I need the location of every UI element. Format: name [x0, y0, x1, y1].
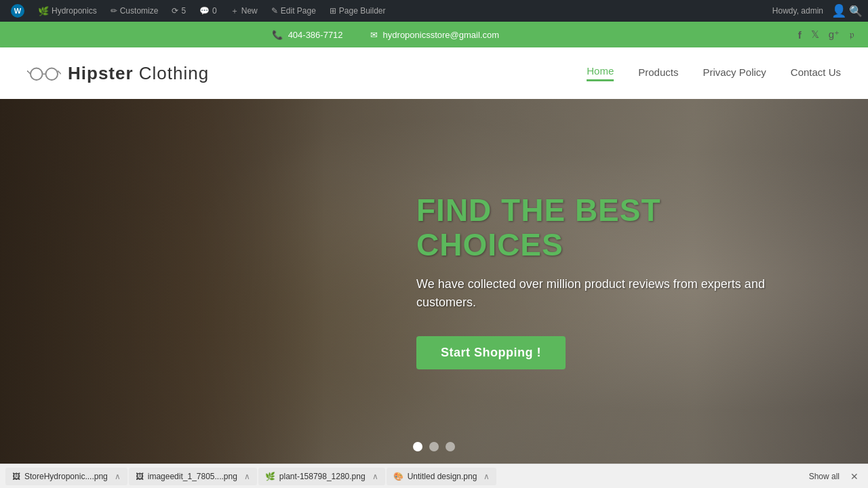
updates-button[interactable]: ⟳ 5	[166, 0, 191, 22]
slider-dot-2[interactable]	[429, 442, 439, 451]
download-icon-4: 🎨	[393, 472, 403, 481]
email-icon: ✉	[370, 30, 378, 40]
logo-bold: Hipster	[68, 63, 134, 83]
nav-home[interactable]: Home	[587, 65, 614, 81]
download-icon-3: 🌿	[265, 472, 275, 481]
download-icon-2: 🖼	[136, 472, 144, 481]
svg-point-1	[46, 68, 58, 81]
customize-button[interactable]: ✏ Customize	[105, 0, 164, 22]
downloads-bar: 🖼 StoreHydroponic....png ∧ 🖼 imageedit_1…	[0, 464, 868, 488]
updates-count: 5	[181, 6, 186, 16]
email-address: hydroponicsstore@gmail.com	[383, 30, 499, 40]
logo-text: Hipster Clothing	[68, 63, 209, 84]
facebook-icon[interactable]: f	[798, 29, 802, 41]
download-name-4: Untitled design.png	[408, 472, 477, 481]
updates-icon: ⟳	[172, 6, 178, 16]
download-icon-1: 🖼	[12, 472, 20, 481]
show-all-button[interactable]: Show all	[804, 470, 845, 483]
svg-line-3	[27, 70, 31, 74]
page-builder-label: Page Builder	[339, 6, 386, 16]
hero-content: FIND THE BEST CHOICES We have collected …	[416, 193, 769, 369]
hero-subtitle: We have collected over million product r…	[416, 275, 769, 312]
customize-icon: ✏	[111, 6, 117, 16]
site-header: Hipster Clothing Home Products Privacy P…	[0, 47, 868, 99]
hero-person-overlay	[0, 99, 326, 464]
new-button[interactable]: ＋ New	[225, 0, 263, 22]
slider-dot-3[interactable]	[446, 442, 455, 451]
googleplus-icon[interactable]: g⁺	[829, 28, 840, 41]
wp-icon: W	[11, 4, 24, 18]
site-name-label: Hydroponics	[52, 6, 97, 16]
start-shopping-button[interactable]: Start Shopping !	[416, 336, 566, 369]
howdy-label: Howdy, admin	[767, 6, 829, 16]
comments-icon: 💬	[199, 6, 210, 16]
admin-bar: W 🌿 Hydroponics ✏ Customize ⟳ 5 💬 0 ＋ Ne…	[0, 0, 868, 22]
close-downloads-button[interactable]: ✕	[846, 470, 863, 483]
download-name-3: plant-158798_1280.png	[279, 472, 366, 481]
download-item-2[interactable]: 🖼 imageedit_1_7805....png ∧	[129, 468, 257, 485]
download-name-1: StoreHydroponic....png	[24, 472, 108, 481]
download-close-4[interactable]: ∧	[484, 472, 490, 481]
phone-contact[interactable]: 📞 404-386-7712	[272, 30, 343, 40]
edit-page-button[interactable]: ✎ Edit Page	[266, 0, 321, 22]
site-wrapper: 📞 404-386-7712 ✉ hydroponicsstore@gmail.…	[0, 22, 868, 488]
logo-light: Clothing	[134, 63, 210, 83]
wp-logo-button[interactable]: W	[5, 0, 30, 22]
site-nav: Home Products Privacy Policy Contact Us	[587, 65, 841, 81]
download-name-2: imageedit_1_7805....png	[148, 472, 237, 481]
social-icons: f 𝕏 g⁺ 𝔭	[798, 28, 854, 41]
plus-icon: ＋	[231, 5, 239, 17]
download-close-3[interactable]: ∧	[372, 472, 378, 481]
hydroponics-icon: 🌿	[38, 6, 49, 16]
new-label: New	[241, 6, 258, 16]
top-bar: 📞 404-386-7712 ✉ hydroponicsstore@gmail.…	[0, 22, 868, 47]
download-item-4[interactable]: 🎨 Untitled design.png ∧	[387, 468, 497, 485]
phone-icon: 📞	[272, 30, 283, 40]
svg-point-0	[31, 68, 43, 81]
hero-title: FIND THE BEST CHOICES	[416, 193, 769, 262]
customize-label: Customize	[120, 6, 159, 16]
site-logo[interactable]: Hipster Clothing	[27, 63, 209, 84]
page-builder-icon: ⊞	[330, 6, 336, 16]
slider-dot-1[interactable]	[413, 442, 422, 451]
top-bar-contacts: 📞 404-386-7712 ✉ hydroponicsstore@gmail.…	[0, 30, 771, 40]
download-close-1[interactable]: ∧	[115, 472, 121, 481]
nav-privacy-policy[interactable]: Privacy Policy	[703, 66, 766, 81]
site-name-button[interactable]: 🌿 Hydroponics	[33, 0, 102, 22]
download-item-3[interactable]: 🌿 plant-158798_1280.png ∧	[258, 468, 385, 485]
phone-number: 404-386-7712	[288, 30, 343, 40]
slider-dots	[413, 442, 455, 451]
twitter-icon[interactable]: 𝕏	[811, 28, 819, 41]
nav-contact-us[interactable]: Contact Us	[791, 66, 841, 81]
page-builder-button[interactable]: ⊞ Page Builder	[324, 0, 391, 22]
comments-button[interactable]: 💬 0	[194, 0, 222, 22]
admin-bar-right: Howdy, admin 👤 🔍	[767, 3, 863, 18]
nav-products[interactable]: Products	[638, 66, 678, 81]
glasses-icon	[27, 63, 61, 83]
comments-count: 0	[212, 6, 217, 16]
download-item-1[interactable]: 🖼 StoreHydroponic....png ∧	[5, 468, 127, 485]
email-contact[interactable]: ✉ hydroponicsstore@gmail.com	[370, 30, 499, 40]
pinterest-icon[interactable]: 𝔭	[849, 28, 854, 41]
edit-page-label: Edit Page	[281, 6, 316, 16]
avatar-icon: 👤	[831, 3, 846, 18]
edit-icon: ✎	[271, 6, 278, 16]
download-close-2[interactable]: ∧	[244, 472, 250, 481]
hero-section: FIND THE BEST CHOICES We have collected …	[0, 99, 868, 464]
search-icon[interactable]: 🔍	[849, 5, 863, 18]
